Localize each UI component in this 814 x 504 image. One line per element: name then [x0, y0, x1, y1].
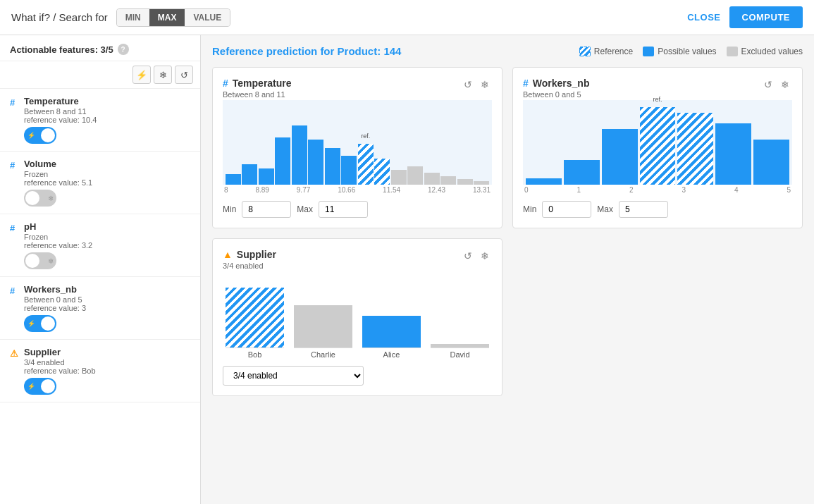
chart-type-icon-temperature: # [223, 78, 228, 89]
actionable-features-label: Actionable features: 3/5 [10, 44, 113, 55]
workers-min-label: Min [523, 204, 536, 214]
workers-max-input[interactable] [619, 201, 668, 218]
temperature-reset-btn[interactable]: ↺ [461, 78, 475, 92]
temperature-chart-actions: ↺ ❄ [461, 78, 492, 92]
temperature-minmax-row: Min Max [223, 201, 492, 218]
supplier-chart-actions: ↺ ❄ [461, 249, 492, 263]
page-title: What if? / Search for [11, 11, 108, 23]
workers-x-2: 2 [629, 186, 634, 194]
main-layout: Actionable features: 3/5 ? ⚡ ❄ ↺ # Tempe… [0, 35, 814, 504]
temperature-chart-header: # Temperature Between 8 and 11 ↺ ❄ [223, 78, 492, 99]
sidebar: Actionable features: 3/5 ? ⚡ ❄ ↺ # Tempe… [0, 35, 201, 504]
supplier-label-charlie: Charlie [294, 348, 352, 359]
workers-chart-title: Workers_nb [533, 78, 590, 89]
feature-ref-volume: reference value: 5.1 [24, 178, 190, 187]
feature-supplier: ⚠ Supplier 3/4 enabled reference value: … [0, 340, 200, 402]
temperature-chart-title: Temperature [233, 78, 292, 89]
feature-temperature: # Temperature Between 8 and 11 reference… [0, 89, 200, 152]
feature-range-temperature: Between 8 and 11 [24, 107, 190, 116]
workers-x-5: 5 [787, 186, 791, 194]
bolt-icon[interactable]: ⚡ [132, 66, 151, 84]
supplier-label-bob: Bob [226, 348, 284, 359]
temp-x-1: 8.89 [255, 186, 269, 194]
toggle-supplier[interactable]: ⚡ [24, 378, 56, 395]
legend-reference: Reference [579, 47, 633, 56]
toggle-ph[interactable]: ❄ [24, 252, 56, 269]
numeric-icon-temperature: # [10, 97, 18, 108]
feature-ref-workers: reference value: 3 [24, 304, 190, 312]
feature-name-ph: pH [24, 221, 190, 232]
compute-button[interactable]: COMPUTE [729, 6, 803, 28]
workers-x-3: 3 [682, 186, 686, 194]
supplier-reset-btn[interactable]: ↺ [461, 249, 475, 263]
feature-range-ph: Frozen [24, 233, 190, 241]
temp-x-6: 13.31 [473, 186, 491, 194]
numeric-icon-volume: # [10, 160, 18, 171]
workers-x-1: 1 [576, 186, 581, 194]
temperature-snowflake-btn[interactable]: ❄ [478, 78, 492, 92]
feature-range-workers: Between 0 and 5 [24, 295, 190, 304]
feature-workers-nb: # Workers_nb Between 0 and 5 reference v… [0, 277, 200, 340]
temp-min-input[interactable] [242, 201, 291, 218]
legend-excluded: Excluded values [727, 47, 803, 56]
temp-ref-label: ref. [361, 133, 370, 140]
warning-icon-supplier: ⚠ [10, 348, 18, 359]
content-header: Reference prediction for Product: 144 Re… [212, 45, 803, 57]
supplier-dropdown[interactable]: 3/4 enabled All enabled 1/4 enabled [223, 366, 364, 386]
toggle-temperature[interactable]: ⚡ [24, 127, 56, 144]
workers-max-label: Max [597, 204, 613, 214]
temp-max-label: Max [297, 204, 313, 214]
snowflake-icon[interactable]: ❄ [154, 66, 172, 84]
workers-chart-card: # Workers_nb Between 0 and 5 ↺ ❄ [512, 67, 803, 228]
help-icon[interactable]: ? [118, 44, 129, 55]
header: What if? / Search for MIN MAX VALUE CLOS… [0, 0, 814, 35]
tab-group: MIN MAX VALUE [116, 8, 230, 27]
content-area: Reference prediction for Product: 144 Re… [201, 35, 814, 504]
tab-max[interactable]: MAX [149, 9, 185, 26]
supplier-label-david: David [431, 348, 489, 359]
chart-type-icon-workers: # [523, 78, 529, 89]
chart-type-icon-supplier: ▲ [223, 249, 233, 260]
legend-possible-label: Possible values [658, 47, 716, 56]
supplier-snowflake-btn[interactable]: ❄ [478, 249, 492, 263]
workers-x-4: 4 [734, 186, 739, 194]
workers-snowflake-btn[interactable]: ❄ [778, 78, 792, 92]
workers-minmax-row: Min Max [523, 201, 792, 218]
temp-max-input[interactable] [319, 201, 368, 218]
feature-name-workers: Workers_nb [24, 284, 190, 295]
prediction-title: Reference prediction for Product: 144 [212, 45, 579, 57]
numeric-icon-ph: # [10, 223, 18, 233]
feature-name-supplier: Supplier [24, 347, 190, 357]
temp-x-3: 10.66 [338, 186, 355, 194]
feature-volume: # Volume Frozen reference value: 5.1 ❄ [0, 152, 200, 214]
toggle-volume[interactable]: ❄ [24, 190, 56, 207]
workers-x-0: 0 [524, 186, 529, 194]
workers-chart-subtitle: Between 0 and 5 [523, 90, 589, 99]
supplier-chart-subtitle: 3/4 enabled [223, 262, 276, 270]
feature-name-volume: Volume [24, 159, 190, 169]
workers-reset-btn[interactable]: ↺ [761, 78, 775, 92]
temp-x-5: 12.43 [428, 186, 445, 194]
close-button[interactable]: CLOSE [687, 12, 720, 23]
sidebar-header: Actionable features: 3/5 ? [0, 35, 200, 61]
toggle-workers[interactable]: ⚡ [24, 315, 56, 332]
supplier-label-alice: Alice [362, 348, 421, 359]
legend-excluded-label: Excluded values [741, 47, 803, 56]
temp-x-0: 8 [224, 186, 228, 194]
workers-min-input[interactable] [542, 201, 591, 218]
feature-ref-supplier: reference value: Bob [24, 367, 190, 375]
workers-ref-label: ref. [653, 96, 662, 103]
reset-icon[interactable]: ↺ [175, 66, 193, 84]
feature-range-volume: Frozen [24, 170, 190, 178]
tab-min[interactable]: MIN [117, 9, 149, 26]
feature-range-supplier: 3/4 enabled [24, 358, 190, 367]
tab-value[interactable]: VALUE [185, 9, 230, 26]
prediction-value: 144 [383, 45, 401, 57]
feature-name-temperature: Temperature [24, 96, 190, 106]
feature-ref-temperature: reference value: 10.4 [24, 116, 190, 124]
legend: Reference Possible values Excluded value… [579, 47, 803, 56]
supplier-chart-header: ▲ Supplier 3/4 enabled ↺ ❄ [223, 249, 492, 270]
workers-chart-actions: ↺ ❄ [761, 78, 792, 92]
numeric-icon-workers: # [10, 285, 18, 296]
supplier-chart-card: ▲ Supplier 3/4 enabled ↺ ❄ [212, 238, 502, 396]
